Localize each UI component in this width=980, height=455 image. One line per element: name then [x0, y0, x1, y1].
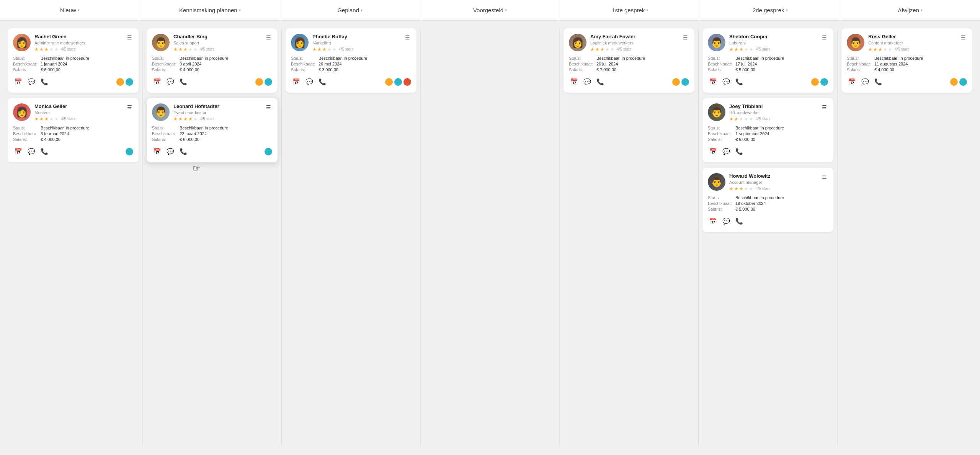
col-header-afwijzen[interactable]: Afwijzen▾: [840, 0, 980, 20]
phone-icon[interactable]: 📞: [39, 77, 50, 87]
chat-icon[interactable]: 💬: [26, 77, 37, 87]
color-dot[interactable]: [126, 148, 133, 155]
chat-icon[interactable]: 💬: [165, 146, 176, 157]
phone-icon[interactable]: 📞: [39, 146, 50, 157]
card-menu-icon[interactable]: ☰: [820, 103, 828, 111]
card-name-area: Amy Farrah Fowler Logistiek medewerkers …: [590, 34, 681, 52]
card-name-area: Rachel Green Administratie medewerkers ★…: [34, 34, 126, 52]
color-dot[interactable]: [126, 78, 133, 86]
card-sheldon[interactable]: 👨 Sheldon Cooper Laborant ★★★★★4/5 stars…: [702, 28, 833, 93]
chat-icon[interactable]: 💬: [26, 146, 37, 157]
chat-icon[interactable]: 💬: [721, 146, 732, 157]
card-howard[interactable]: 👨 Howard Wolowitz Account manager ★★★★★4…: [702, 168, 833, 232]
phone-icon[interactable]: 📞: [873, 77, 884, 87]
chat-icon[interactable]: 💬: [304, 77, 315, 87]
chat-icon[interactable]: 💬: [721, 77, 732, 87]
calendar-icon[interactable]: 📅: [569, 77, 580, 87]
color-dot[interactable]: [681, 78, 689, 86]
card-joey[interactable]: 👨 Joey Tribbiani HR-medewerker ★★★★★4/5 …: [702, 98, 833, 162]
card-rachel[interactable]: 👩 Rachel Green Administratie medewerkers…: [8, 28, 139, 93]
phone-icon[interactable]: 📞: [178, 77, 189, 87]
star-icon: ★: [178, 47, 183, 52]
calendar-icon[interactable]: 📅: [152, 146, 163, 157]
star-icon: ★: [883, 47, 887, 52]
status-value: Beschikbaar, in procedure: [874, 56, 923, 61]
color-dot[interactable]: [265, 78, 272, 86]
available-row: Beschikbaar: 26 juli 2024: [569, 62, 689, 66]
available-value: 1 januari 2024: [41, 62, 67, 66]
phone-icon[interactable]: 📞: [317, 77, 328, 87]
phone-icon[interactable]: 📞: [734, 146, 745, 157]
col-header-voorgesteld[interactable]: Voorgesteld▾: [420, 0, 560, 20]
star-icon: ★: [183, 116, 188, 122]
calendar-icon[interactable]: 📅: [708, 216, 719, 227]
card-menu-icon[interactable]: ☰: [126, 34, 133, 41]
salary-row: Salaris: € 4.000,00: [152, 67, 272, 72]
salary-value: € 4.000,00: [41, 137, 60, 142]
card-menu-icon[interactable]: ☰: [820, 34, 828, 41]
phone-icon[interactable]: 📞: [178, 146, 189, 157]
chat-icon[interactable]: 💬: [582, 77, 593, 87]
card-info: Staus: Beschikbaar, in procedure Beschik…: [708, 195, 828, 211]
calendar-icon[interactable]: 📅: [708, 146, 719, 157]
star-rating: ★★★★★4/5 stars: [729, 116, 820, 122]
calendar-icon[interactable]: 📅: [847, 77, 858, 87]
col-header-kennismaking[interactable]: Kennismaking plannen▾: [140, 0, 280, 20]
star-rating: ★★★★★4/5 stars: [590, 47, 681, 52]
color-dot[interactable]: [811, 78, 819, 86]
card-amy[interactable]: 👩 Amy Farrah Fowler Logistiek medewerker…: [564, 28, 694, 93]
color-dot[interactable]: [255, 78, 263, 86]
calendar-icon[interactable]: 📅: [291, 77, 302, 87]
phone-icon[interactable]: 📞: [595, 77, 606, 87]
col-header-eerste[interactable]: 1ste gesprek▾: [560, 0, 700, 20]
color-dot[interactable]: [394, 78, 402, 86]
color-dot[interactable]: [820, 78, 828, 86]
card-phoebe[interactable]: 👩 Phoebe Buffay Marketing ★★★★★4/5 stars…: [286, 28, 416, 93]
card-ross[interactable]: 👨 Ross Geller Content marketeer ★★★★★4/5…: [841, 28, 972, 93]
phone-icon[interactable]: 📞: [734, 216, 745, 227]
color-dot[interactable]: [959, 78, 967, 86]
color-dot[interactable]: [385, 78, 393, 86]
col-header-gepland[interactable]: Gepland▾: [280, 0, 420, 20]
card-menu-icon[interactable]: ☰: [265, 34, 272, 41]
color-dot[interactable]: [116, 78, 124, 86]
col-header-label: 2de gesprek: [753, 7, 784, 13]
phone-icon[interactable]: 📞: [734, 77, 745, 87]
status-label: Staus:: [291, 56, 318, 61]
salary-label: Salaris:: [13, 67, 41, 72]
available-row: Beschikbaar: 26 mei 2024: [291, 62, 411, 66]
star-count: 4/5 stars: [617, 47, 631, 51]
color-dot[interactable]: [672, 78, 680, 86]
avatar: 👨: [152, 34, 170, 51]
card-monica[interactable]: 👩 Monica Geller Monteur ★★★★★4/5 stars ☰…: [8, 98, 139, 162]
col-header-tweede[interactable]: 2de gesprek▾: [700, 0, 840, 20]
card-name-area: Joey Tribbiani HR-medewerker ★★★★★4/5 st…: [729, 103, 820, 122]
column-cards-kennismaking: 👨 Chandler Bing Sales support ★★★★★4/5 s…: [147, 28, 278, 162]
card-menu-icon[interactable]: ☰: [681, 34, 689, 41]
card-leonard[interactable]: 👨 Leonard Hofstadter Event coordinator ★…: [147, 98, 278, 162]
chat-icon[interactable]: 💬: [860, 77, 871, 87]
card-menu-icon[interactable]: ☰: [959, 34, 967, 41]
calendar-icon[interactable]: 📅: [13, 146, 24, 157]
col-header-nieuw[interactable]: Nieuw▾: [0, 0, 140, 20]
card-header: 👨 Howard Wolowitz Account manager ★★★★★4…: [708, 173, 828, 191]
card-menu-icon[interactable]: ☰: [403, 34, 411, 41]
color-dot[interactable]: [403, 78, 411, 86]
star-icon: ★: [34, 116, 39, 122]
card-menu-icon[interactable]: ☰: [265, 103, 272, 111]
star-icon: ★: [312, 47, 317, 52]
card-menu-icon[interactable]: ☰: [820, 173, 828, 181]
calendar-icon[interactable]: 📅: [13, 77, 24, 87]
chat-icon[interactable]: 💬: [721, 216, 732, 227]
status-value: Beschikbaar, in procedure: [735, 126, 784, 130]
color-dot[interactable]: [950, 78, 958, 86]
calendar-icon[interactable]: 📅: [152, 77, 163, 87]
chat-icon[interactable]: 💬: [165, 77, 176, 87]
card-header: 👨 Chandler Bing Sales support ★★★★★4/5 s…: [152, 34, 272, 52]
available-label: Beschikbaar:: [291, 62, 318, 66]
calendar-icon[interactable]: 📅: [708, 77, 719, 87]
status-row: Staus: Beschikbaar, in procedure: [13, 126, 133, 130]
card-menu-icon[interactable]: ☰: [126, 103, 133, 111]
card-chandler[interactable]: 👨 Chandler Bing Sales support ★★★★★4/5 s…: [147, 28, 278, 93]
color-dot[interactable]: [265, 148, 272, 155]
